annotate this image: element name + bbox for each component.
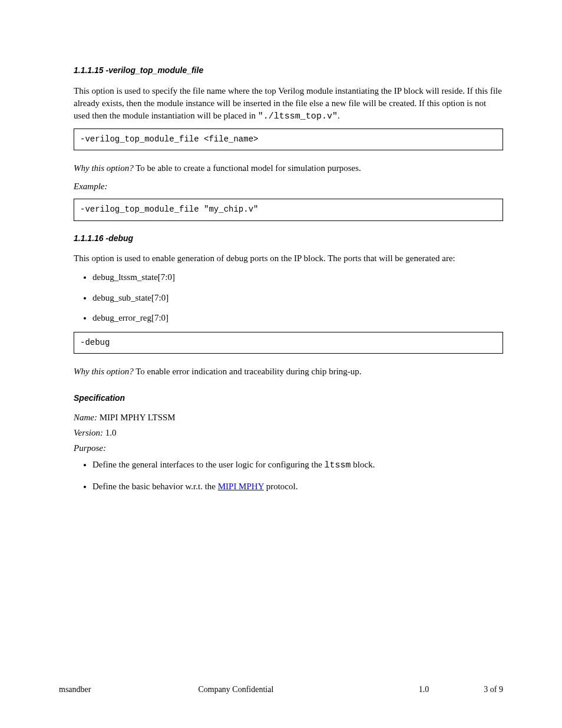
spec-name-value: MIPI MPHY LTSSM bbox=[100, 413, 176, 422]
why-this-option-2: Why this option? To enable error indicat… bbox=[74, 365, 503, 378]
why-option-block: Why this option? To be able to create a … bbox=[74, 162, 503, 174]
spec-heading: Specification bbox=[74, 393, 503, 404]
section-heading-debug: 1.1.1.16 -debug bbox=[74, 233, 503, 245]
debug-description: This option is used to enable generation… bbox=[74, 252, 503, 265]
list-item: Define the general interfaces to the use… bbox=[92, 458, 503, 473]
why-option-block-2: Why this option? To enable error indicat… bbox=[74, 365, 503, 378]
section-debug: 1.1.1.16 -debug This option is used to e… bbox=[74, 233, 503, 354]
why-this-option-1: Why this option? To be able to create a … bbox=[74, 162, 503, 221]
spec-version-label: Version: bbox=[74, 428, 105, 437]
why-label-2: Why this option? bbox=[74, 367, 134, 376]
spec-name-row: Name: MIPI MPHY LTSSM bbox=[74, 411, 503, 424]
list-item: debug_sub_state[7:0] bbox=[92, 291, 503, 305]
code-box: -verilog_top_module_file <file_name> bbox=[74, 129, 503, 151]
section-description: This option is used to specify the file … bbox=[74, 85, 503, 123]
footer-left: msandber Company Confidential bbox=[59, 684, 355, 696]
example-code-box: -verilog_top_module_file "my_chip.v" bbox=[74, 199, 503, 221]
mipi-mphy-link[interactable]: MIPI MPHY bbox=[218, 482, 264, 491]
spec-version-row: Version: 1.0 bbox=[74, 427, 503, 439]
spec-name-label: Name: bbox=[74, 413, 100, 422]
list-item: debug_ltssm_state[7:0] bbox=[92, 271, 503, 284]
list-item: debug_error_reg[7:0] bbox=[92, 311, 503, 325]
footer-version: 1.0 bbox=[355, 684, 429, 696]
page-footer: msandber Company Confidential 1.0 3 of 9 bbox=[59, 684, 503, 696]
example-label: Example: bbox=[74, 182, 107, 191]
specification-section: Specification Name: MIPI MPHY LTSSM Vers… bbox=[74, 393, 503, 493]
why-text: To be able to create a functional model … bbox=[135, 163, 361, 173]
why-label: Why this option? bbox=[74, 163, 134, 173]
debug-code-box: -debug bbox=[74, 332, 503, 354]
footer-page-number: 3 of 9 bbox=[429, 684, 503, 696]
list-item: Define the basic behavior w.r.t. the MIP… bbox=[92, 480, 503, 493]
spec-version-value: 1.0 bbox=[105, 428, 117, 437]
why-text-2: To enable error indication and traceabil… bbox=[135, 367, 361, 376]
debug-port-list: debug_ltssm_state[7:0] debug_sub_state[7… bbox=[92, 271, 503, 325]
section-verilog-top-module: 1.1.1.15 -verilog_top_module_file This o… bbox=[74, 65, 503, 150]
example-block: Example: bbox=[74, 180, 503, 193]
purpose-list: Define the general interfaces to the use… bbox=[92, 458, 503, 493]
spec-purpose-label: Purpose: bbox=[74, 442, 503, 454]
section-heading: 1.1.1.15 -verilog_top_module_file bbox=[74, 65, 503, 77]
